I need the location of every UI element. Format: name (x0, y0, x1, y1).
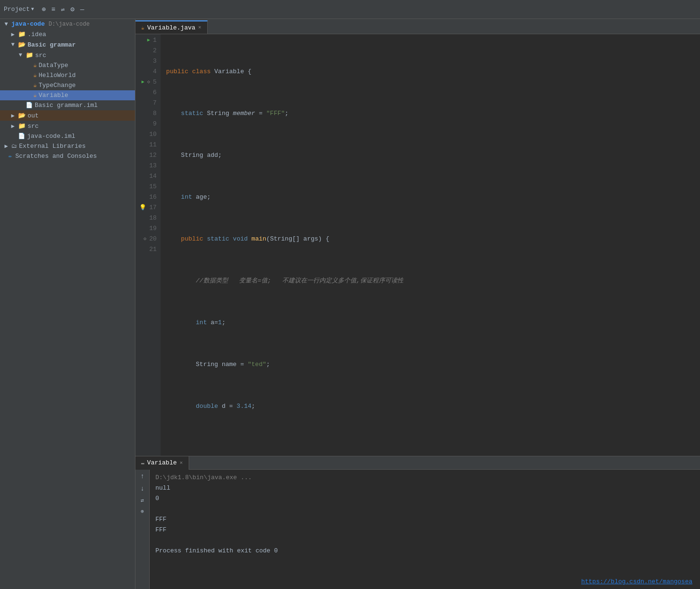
code-line-3: String add; (166, 150, 700, 161)
code-editor[interactable]: ▶ 1 2 3 4 ▶ ◇ 5 6 7 8 9 10 11 12 13 1 (135, 34, 700, 456)
csdn-link[interactable]: https://blog.csdn.net/mangosea (581, 578, 692, 585)
method-main-5: main (251, 234, 266, 244)
sidebar-item-basic-grammar[interactable]: ▼ 📂 Basic grammar (0, 39, 135, 50)
basic-grammar-iml-icon: 📄 (26, 102, 33, 109)
sidebar-item-variable[interactable]: ☕ Variable (0, 90, 135, 100)
code-line-6: //数据类型 变量名=值; 不建议在一行内定义多个值,保证程序可读性 (166, 276, 700, 286)
kw-static-5: static (207, 234, 229, 244)
src-label: src (35, 52, 46, 59)
src-root-folder-icon: 📁 (18, 122, 26, 130)
var-member-2: member (233, 108, 255, 119)
line-numbers: ▶ 1 2 3 4 ▶ ◇ 5 6 7 8 9 10 11 12 13 1 (135, 34, 161, 456)
out-folder-icon: 📂 (18, 112, 26, 119)
tab-variable[interactable]: ☕ Variable.java × (135, 20, 208, 34)
tab-close-button[interactable]: × (198, 25, 201, 30)
toggle-icon[interactable]: ⇌ (61, 6, 65, 13)
bulb-17[interactable]: 💡 (139, 203, 146, 213)
rerun-btn[interactable]: ⇄ (141, 497, 144, 503)
sidebar-item-datatype[interactable]: ☕ DataType (0, 60, 135, 70)
type-string-2: String (207, 108, 229, 119)
structure-icon[interactable]: ≡ (51, 6, 55, 13)
console-cmd-text: D:\jdk1.8\bin\java.exe ... (155, 473, 252, 483)
root-label: java-code (11, 20, 45, 28)
scroll-up-btn[interactable]: ↑ (140, 473, 144, 480)
src-root-expand-icon: ▶ (10, 123, 16, 130)
sidebar-item-idea[interactable]: ▶ 📁 .idea (0, 29, 135, 39)
typechange-label: TypeChange (38, 82, 76, 89)
variable-label: Variable (38, 92, 68, 99)
sidebar-item-basic-grammar-iml[interactable]: 📄 Basic grammar.iml (0, 100, 135, 110)
new-file-icon[interactable]: ⊕ (42, 5, 46, 13)
basic-grammar-expand-icon: ▼ (10, 41, 16, 48)
project-dropdown-arrow: ▼ (31, 7, 34, 12)
toolbar-icons: ⊕ ≡ ⇌ ⚙ — (42, 5, 85, 13)
sidebar-item-helloworld[interactable]: ☕ HelloWorld (0, 70, 135, 80)
type-string-8: String (196, 359, 218, 370)
stop-btn[interactable]: ⊕ (141, 508, 144, 514)
line-num-14: 14 (139, 171, 157, 182)
sidebar-item-java-code-iml[interactable]: 📄 java-code.iml (0, 131, 135, 141)
sidebar-item-out[interactable]: ▶ 📂 out (0, 110, 135, 121)
code-line-8: String name = "ted"; (166, 359, 700, 370)
console-line-fff2: FFF (155, 525, 694, 535)
console-tab-icon: ▬ (141, 460, 144, 466)
tab-bar: ☕ Variable.java × (135, 19, 700, 34)
console-sidebar: ↑ ↓ ⇄ ⊕ (135, 470, 150, 589)
comment-6: //数据类型 变量名=值; 不建议在一行内定义多个值,保证程序可读性 (166, 276, 403, 286)
line-num-19: 19 (139, 223, 157, 234)
sidebar-root[interactable]: ▼ java-code D:\java-code (0, 19, 135, 29)
console-fff2-text: FFF (155, 525, 166, 535)
console-output: D:\jdk1.8\bin\java.exe ... null 0 FFF FF… (150, 470, 700, 589)
ln-9: 9 (153, 119, 157, 129)
console-line-empty1 (155, 504, 694, 514)
minimize-icon[interactable]: — (80, 6, 84, 13)
code-content-area[interactable]: public class Variable { static String me… (161, 34, 700, 456)
line-num-11: 11 (139, 140, 157, 150)
out-expand-icon: ▶ (10, 112, 16, 119)
ln-15: 15 (149, 182, 157, 192)
line-num-17: 💡 17 (139, 203, 157, 213)
console-body: ↑ ↓ ⇄ ⊕ D:\jdk1.8\bin\java.exe ... null … (135, 470, 700, 589)
datatype-java-icon: ☕ (33, 62, 37, 69)
console-tab-close[interactable]: × (180, 460, 183, 466)
line-num-4: 4 (139, 67, 157, 77)
console-tab-variable[interactable]: ▬ Variable × (135, 456, 189, 470)
console-line-fff1: FFF (155, 514, 694, 525)
sidebar-item-external-libraries[interactable]: ▶ 🗂 External Libraries (0, 141, 135, 151)
sidebar-item-src-root[interactable]: ▶ 📁 src (0, 121, 135, 131)
code-line-1: public class Variable { (166, 67, 700, 77)
bookmark-20: ◇ (144, 234, 146, 244)
ext-libs-expand-icon: ▶ (3, 143, 10, 150)
kw-static-2: static (181, 108, 203, 119)
console-line-null: null (155, 483, 694, 493)
code-line-4: int age; (166, 192, 700, 203)
line-num-9: 9 (139, 119, 157, 129)
root-path: D:\java-code (48, 21, 89, 28)
code-line-2: static String member = "FFF"; (166, 108, 700, 119)
ln-7: 7 (153, 98, 157, 108)
run-arrow-5[interactable]: ▶ (142, 77, 144, 87)
kw-class-1: class (192, 67, 211, 77)
ln-13: 13 (149, 161, 157, 171)
tab-java-icon: ☕ (141, 25, 144, 31)
code-line-7: int a=1; (166, 318, 700, 328)
scroll-down-btn[interactable]: ↓ (140, 485, 144, 492)
basic-grammar-label: Basic grammar (28, 41, 76, 48)
kw-public-5: public (181, 234, 203, 244)
ln-5: 5 (153, 77, 157, 87)
project-sidebar: ▼ java-code D:\java-code ▶ 📁 .idea ▼ 📂 B… (0, 19, 135, 589)
console-tab-label: Variable (147, 459, 177, 466)
kw-int-7: int (196, 318, 207, 328)
ln-8: 8 (153, 108, 157, 119)
src-root-label: src (28, 123, 38, 130)
java-code-iml-label: java-code.iml (27, 133, 75, 140)
console-area: ▬ Variable × ↑ ↓ ⇄ ⊕ D:\jdk1.8\bin\java.… (135, 456, 700, 589)
sidebar-item-typechange[interactable]: ☕ TypeChange (0, 80, 135, 90)
code-line-5: public static void main(String[] args) { (166, 234, 700, 244)
run-arrow-1[interactable]: ▶ (147, 35, 150, 46)
scratches-icon: ✏ (9, 153, 12, 160)
sidebar-item-src[interactable]: ▼ 📁 src (0, 50, 135, 60)
project-menu[interactable]: Project ▼ (4, 6, 34, 13)
sidebar-item-scratches[interactable]: ✏ Scratches and Consoles (0, 151, 135, 161)
settings-icon[interactable]: ⚙ (70, 5, 74, 13)
